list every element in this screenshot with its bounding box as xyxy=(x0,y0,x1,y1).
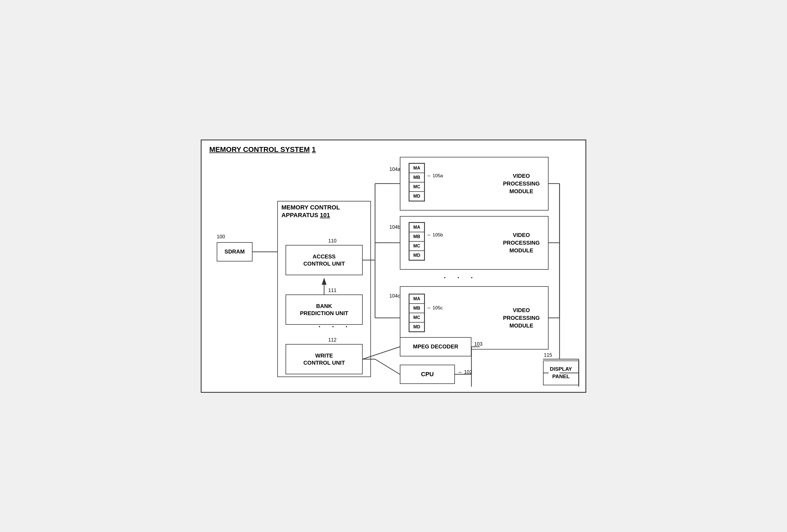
vpm-b-label: VIDEOPROCESSINGMODULE xyxy=(503,231,540,254)
bpu-label: BANKPREDICTION UNIT xyxy=(300,303,348,317)
ref-104a: 104a xyxy=(389,167,400,172)
display-panel-box: DISPLAYPANEL xyxy=(543,360,579,385)
diagram-container: MEMORY CONTROL SYSTEM 1 100 SDRAM MEMORY… xyxy=(201,139,586,393)
ref-111: 111 xyxy=(328,288,337,293)
mpeg-decoder-box: MPEG DECODER xyxy=(400,337,471,356)
sdram-box: SDRAM xyxy=(217,242,253,262)
ref-104b: 104b xyxy=(389,224,400,230)
ma-a: MA xyxy=(409,163,424,173)
mb-b: MB xyxy=(409,232,424,241)
vpm-a-label: VIDEOPROCESSINGMODULE xyxy=(503,172,540,195)
ref-104c: 104c xyxy=(389,293,400,299)
wcu-box: WRITECONTROL UNIT xyxy=(285,344,363,374)
mc-a: MC xyxy=(409,182,424,192)
ref-110: 110 xyxy=(328,238,337,244)
dp-label: DISPLAYPANEL xyxy=(550,365,572,380)
mb-c: MB xyxy=(409,304,424,313)
mc-b: MC xyxy=(409,241,424,251)
bpu-box: BANKPREDICTION UNIT xyxy=(285,294,363,325)
mb-a: MB xyxy=(409,173,424,182)
mabcd-group-b: MA MB MC MD xyxy=(409,222,425,261)
svg-line-10 xyxy=(375,359,400,374)
system-title: MEMORY CONTROL SYSTEM 1 xyxy=(209,145,316,154)
md-b: MD xyxy=(409,251,424,260)
ref-103: 103 xyxy=(474,341,483,347)
ref-102: ～ 102 xyxy=(458,369,472,375)
title-text: MEMORY CONTROL SYSTEM xyxy=(209,145,310,154)
vpm-b-outer: MA MB MC MD ～ 105b VIDEOPROCESSINGMODULE xyxy=(400,216,549,270)
mabcd-group-c: MA MB MC MD xyxy=(409,294,425,332)
dots-vertical-right: ・ ・ ・ xyxy=(441,273,477,283)
ref-105b: ～ 105b xyxy=(427,232,443,238)
ma-b: MA xyxy=(409,223,424,232)
mca-title: MEMORY CONTROLAPPARATUS 101 xyxy=(281,204,340,219)
acu-box: ACCESS CONTROL UNIT xyxy=(285,245,363,275)
ref-112: 112 xyxy=(328,337,337,343)
mca-num: 101 xyxy=(320,212,330,219)
ma-c: MA xyxy=(409,294,424,304)
ref-105a: ～ 105a xyxy=(427,173,443,179)
vpm-c-label: VIDEOPROCESSINGMODULE xyxy=(503,306,540,329)
acu-label: ACCESS CONTROL UNIT xyxy=(303,253,345,267)
mc-c: MC xyxy=(409,313,424,322)
ref-100: 100 xyxy=(217,234,225,240)
ref-105c: ～ 105c xyxy=(427,305,443,311)
sdram-label: SDRAM xyxy=(225,248,244,255)
wcu-label: WRITECONTROL UNIT xyxy=(303,352,345,366)
cpu-label: CPU xyxy=(421,371,434,378)
title-num: 1 xyxy=(312,145,316,154)
mpeg-label: MPEG DECODER xyxy=(413,343,458,350)
mabcd-group-a: MA MB MC MD xyxy=(409,163,425,201)
vpm-a-outer: MA MB MC MD ～ 105a VIDEOPROCESSINGMODULE xyxy=(400,157,549,210)
cpu-box: CPU xyxy=(400,365,455,384)
ref-115: 115 xyxy=(544,352,552,358)
md-c: MD xyxy=(409,322,424,332)
dots-vertical-center: ・ ・ ・ xyxy=(316,322,352,332)
md-a: MD xyxy=(409,192,424,201)
